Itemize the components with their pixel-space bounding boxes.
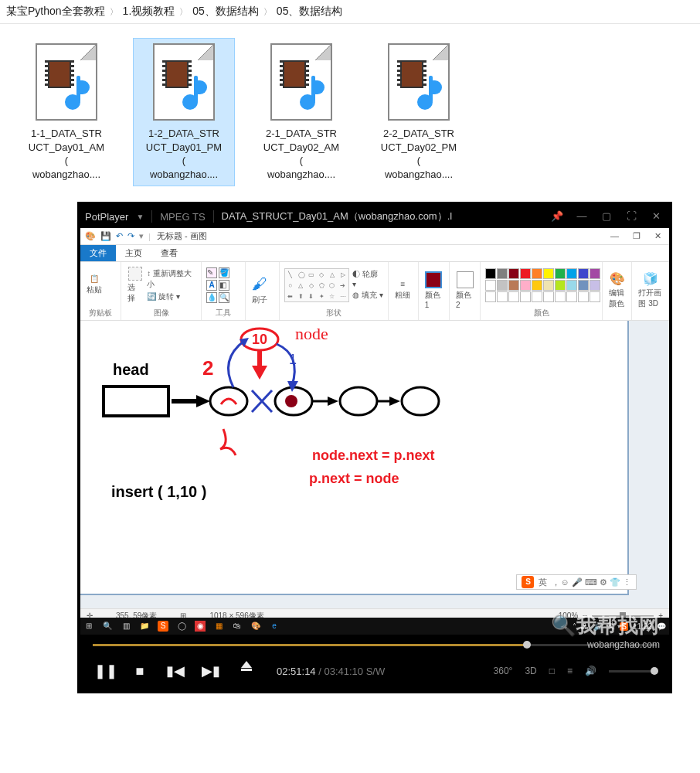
palette-color[interactable] [578, 268, 589, 279]
paste-button[interactable]: 📋粘贴 [85, 274, 104, 296]
palette-color[interactable] [508, 268, 519, 279]
breadcrumb[interactable]: 某宝Python全套教程〉 1.视频教程〉 05、数据结构〉 05、数据结构 [0, 0, 700, 24]
color1-button[interactable]: 颜色 1 [423, 271, 444, 310]
palette-color[interactable] [566, 291, 577, 302]
taskview-icon[interactable]: ▥ [121, 621, 131, 632]
palette-color[interactable] [485, 291, 496, 302]
resize-button[interactable]: ↕ 重新调整大小 [147, 268, 196, 290]
color2-button[interactable]: 颜色 2 [454, 271, 475, 310]
palette-color[interactable] [497, 291, 508, 302]
pencil-icon[interactable]: ✎ [206, 267, 217, 278]
tray-chevron-icon[interactable]: ˄ [573, 622, 576, 631]
palette-color[interactable] [578, 280, 589, 291]
brushes-button[interactable]: 🖌刷子 [250, 274, 269, 306]
app-icon[interactable]: ◉ [195, 621, 206, 632]
store-icon[interactable]: 🛍 [232, 621, 243, 632]
file-item[interactable]: 2-2_DATA_STRUCT_Day02_PM(wobangzhao.... [368, 38, 470, 186]
paint-page[interactable]: head [80, 321, 629, 595]
palette-color[interactable] [566, 280, 577, 291]
palette-color[interactable] [520, 280, 531, 291]
playlist-button[interactable]: ≡ [567, 666, 573, 676]
breadcrumb-item[interactable]: 05、数据结构 [277, 5, 343, 19]
magnifier-icon[interactable]: 🔍 [219, 292, 229, 303]
undo-icon[interactable]: ↶ [116, 231, 123, 241]
tab-file[interactable]: 文件 [80, 245, 116, 261]
ime-lang[interactable]: 英 [607, 621, 615, 632]
palette-color[interactable] [543, 291, 554, 302]
notifications-icon[interactable]: 💬 [657, 622, 666, 631]
video-area[interactable]: 🎨 💾 ↶ ↷ ▾ | 无标题 - 画图 — ❐ ✕ 文件 主页 查看 📋粘贴 … [80, 228, 669, 638]
color-palette[interactable] [485, 268, 600, 302]
palette-color[interactable] [520, 291, 531, 302]
explorer-icon[interactable]: 📁 [139, 621, 150, 632]
stop-button[interactable]: ■ [130, 661, 150, 681]
app-icon[interactable]: ▦ [213, 621, 224, 632]
palette-color[interactable] [566, 268, 577, 279]
sogou-icon[interactable]: S [158, 621, 168, 632]
ime-extras[interactable]: ，☺ 🎤 ⌨ ⚙ 👕 ⋮ [552, 577, 631, 588]
palette-color[interactable] [590, 268, 600, 279]
volume-icon[interactable]: 🔊 [585, 666, 596, 676]
breadcrumb-item[interactable]: 05、数据结构 [192, 5, 259, 19]
seek-thumb[interactable] [523, 641, 531, 649]
start-icon[interactable]: ⊞ [83, 621, 94, 632]
save-icon[interactable]: 💾 [100, 231, 111, 241]
360-button[interactable]: 360° [494, 666, 513, 676]
fill-icon[interactable]: 🪣 [219, 267, 229, 278]
palette-color[interactable] [532, 291, 542, 302]
file-item[interactable]: 1-2_DATA_STRUCT_Day01_PM(wobangzhao.... [133, 38, 235, 186]
chevron-down-icon[interactable]: ▼ [136, 213, 144, 221]
edit-colors-button[interactable]: 🎨编辑颜色 [607, 271, 627, 310]
palette-color[interactable] [555, 291, 566, 302]
eyedropper-icon[interactable]: 💧 [206, 292, 217, 303]
qat-more-icon[interactable]: ▾ [139, 231, 144, 241]
search-icon[interactable]: 🔍 [102, 621, 113, 632]
paint-icon[interactable]: 🎨 [250, 621, 261, 632]
3d-button[interactable]: 3D [525, 666, 536, 676]
redo-icon[interactable]: ↷ [127, 231, 134, 241]
breadcrumb-item[interactable]: 某宝Python全套教程 [6, 5, 105, 19]
zoom-slider[interactable] [592, 615, 654, 617]
pause-button[interactable]: ❚❚ [94, 661, 114, 681]
palette-color[interactable] [543, 268, 554, 279]
palette-color[interactable] [532, 268, 542, 279]
edge-icon[interactable]: e [269, 621, 280, 632]
close-icon[interactable]: ✕ [654, 231, 661, 241]
palette-color[interactable] [578, 291, 589, 302]
eraser-icon[interactable]: ◧ [219, 280, 229, 291]
tools-grid[interactable]: ✎ 🪣 A ◧ 💧 🔍 [206, 267, 229, 303]
network-icon[interactable]: 🖧 [581, 622, 589, 631]
palette-color[interactable] [555, 280, 566, 291]
close-icon[interactable]: ✕ [647, 208, 664, 225]
volume-slider[interactable] [609, 670, 655, 673]
select-button[interactable]: 选择 [126, 266, 144, 305]
palette-color[interactable] [590, 280, 600, 291]
seekbar[interactable] [80, 638, 669, 652]
ime-toolbar[interactable]: S 英 ，☺ 🎤 ⌨ ⚙ 👕 ⋮ [516, 574, 637, 590]
palette-color[interactable] [508, 291, 519, 302]
palette-color[interactable] [497, 280, 508, 291]
tab-view[interactable]: 查看 [151, 245, 187, 261]
palette-color[interactable] [555, 268, 566, 279]
file-item[interactable]: 2-1_DATA_STRUCT_Day02_AM(wobangzhao.... [250, 38, 352, 186]
thickness-button[interactable]: ≡粗细 [393, 279, 412, 301]
minimize-icon[interactable]: — [573, 208, 590, 225]
sogou-tray-icon[interactable]: S [620, 622, 628, 631]
windows-taskbar[interactable]: ⊞ 🔍 ▥ 📁 S ◯ ◉ ▦ 🛍 🎨 e ˄ 🖧 🔊 英 S 11:22 💬 [80, 618, 669, 635]
palette-color[interactable] [590, 291, 600, 302]
shapes-gallery[interactable]: ╲◯▭◇△▷ ○△◇⬠⬡➔ ⬅⬆⬇✦☆⋯ [284, 268, 349, 302]
breadcrumb-item[interactable]: 1.视频教程 [123, 5, 175, 19]
chrome-icon[interactable]: ◯ [176, 621, 187, 632]
volume-icon[interactable]: 🔊 [593, 622, 603, 631]
open-file-button[interactable] [236, 661, 257, 681]
open-3d-button[interactable]: 🧊打开画图 3D [637, 271, 664, 310]
palette-color[interactable] [497, 268, 508, 279]
maximize-icon[interactable]: ❐ [633, 231, 641, 241]
subtitle-button[interactable]: □ [549, 666, 555, 676]
palette-color[interactable] [485, 280, 496, 291]
text-icon[interactable]: A [206, 280, 217, 291]
paint-canvas[interactable]: head [80, 321, 669, 622]
clock[interactable]: 11:22 [633, 622, 652, 631]
palette-color[interactable] [520, 268, 531, 279]
fullscreen-icon[interactable]: ⛶ [623, 208, 640, 225]
